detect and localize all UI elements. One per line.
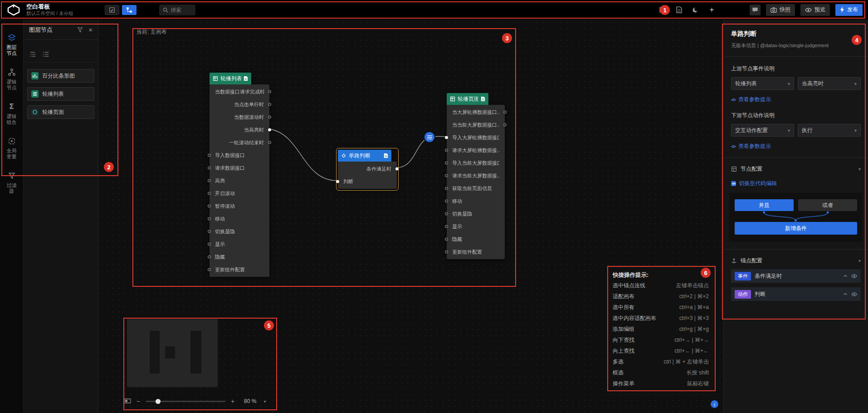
node-event-row[interactable]: 条件满足时 <box>338 162 397 175</box>
layer-item-carousel-list[interactable]: 轮播列表 <box>27 87 94 101</box>
anchor-config-section[interactable]: 锚点配置 ▾ <box>731 257 861 265</box>
in-port[interactable] <box>208 217 211 221</box>
node-action-row[interactable]: 开启滚动 <box>210 187 269 200</box>
collapse-icon[interactable] <box>843 274 848 278</box>
search-input[interactable] <box>171 7 191 13</box>
search-box[interactable] <box>159 5 195 15</box>
anchor-row-action[interactable]: 动作判断 <box>731 287 861 301</box>
flow-node-carousel-list[interactable]: 轮播列表当数据接口请求完成时当点击单行时当数据滚动时当高亮时一轮滚动结束时导入数… <box>210 73 269 277</box>
zoom-in-button[interactable]: + <box>231 398 234 404</box>
node-action-row[interactable]: 判断 <box>338 175 397 188</box>
close-icon[interactable]: × <box>88 26 93 34</box>
anchor-row-event[interactable]: 事件条件满足时 <box>731 269 861 283</box>
in-port[interactable] <box>336 180 339 183</box>
dark-mode-moon-icon[interactable] <box>690 5 701 15</box>
node-event-row[interactable]: 当数据接口请求完成时 <box>210 85 269 98</box>
sidebar-item-logic-nodes[interactable]: 逻辑节点 <box>0 68 24 91</box>
node-event-row[interactable]: 当大屏轮播数据接口... <box>447 106 505 118</box>
sidebar-item-global-vars[interactable]: 全局变量 <box>0 137 24 160</box>
chevron-down-icon[interactable]: ▾ <box>858 167 861 172</box>
node-action-row[interactable]: 导入数据接口 <box>210 149 269 162</box>
node-action-row[interactable]: 获取当前页面信息 <box>447 182 505 195</box>
out-port[interactable] <box>268 128 271 132</box>
upstream-event-select[interactable]: 当高亮时▾ <box>798 77 861 90</box>
downstream-param-hint-link[interactable]: </>查看参数提示 <box>731 143 861 150</box>
in-port[interactable] <box>208 192 211 195</box>
node-action-row[interactable]: 导入当前大屏数据接口 <box>447 157 505 169</box>
minimap-toggle-icon[interactable] <box>124 398 131 404</box>
publish-button[interactable]: 发布 <box>835 4 863 16</box>
node-event-row[interactable]: 当数据滚动时 <box>210 111 269 123</box>
sparkle-icon[interactable] <box>706 5 717 15</box>
node-config-section[interactable]: 节点配置 ▾ <box>731 165 861 173</box>
upstream-param-hint-link[interactable]: </>查看参数提示 <box>731 96 861 103</box>
node-action-row[interactable]: 请求当前大屏数据接... <box>447 169 505 182</box>
sidebar-item-logic-group[interactable]: Σ逻辑组合 <box>0 103 24 125</box>
in-port[interactable] <box>445 136 448 139</box>
minimap[interactable] <box>127 319 218 387</box>
node-action-row[interactable]: 移动 <box>210 212 269 225</box>
in-port[interactable] <box>208 179 211 182</box>
in-port[interactable] <box>208 154 211 157</box>
snapshot-button[interactable]: 快照 <box>766 4 795 16</box>
out-port[interactable] <box>503 111 507 114</box>
eye-icon[interactable] <box>851 274 857 279</box>
out-port[interactable] <box>268 103 271 106</box>
node-action-row[interactable]: 切换显隐 <box>210 225 269 238</box>
in-port[interactable] <box>208 256 211 259</box>
sidebar-item-layer-nodes[interactable]: 图层节点 <box>0 34 24 56</box>
in-port[interactable] <box>208 268 211 271</box>
node-action-row[interactable]: 高亮 <box>210 174 269 187</box>
app-logo-icon[interactable] <box>5 4 22 16</box>
comment-icon[interactable] <box>750 5 761 15</box>
chevron-down-icon[interactable]: ▾ <box>858 258 861 263</box>
in-port[interactable] <box>208 167 211 170</box>
node-action-row[interactable]: 移动 <box>447 195 505 207</box>
node-action-row[interactable]: 请求大屏轮播数据接... <box>447 144 505 157</box>
downstream-target-select[interactable]: 交互动作配置▾ <box>731 124 794 137</box>
or-button[interactable]: 或者 <box>798 199 857 211</box>
in-port[interactable] <box>208 243 211 246</box>
list-view-icon[interactable] <box>43 51 49 57</box>
in-port[interactable] <box>445 251 448 254</box>
file-icon[interactable] <box>673 5 684 15</box>
preview-button[interactable]: 预览 <box>800 4 830 16</box>
node-action-row[interactable]: 切换显隐 <box>447 207 505 220</box>
in-port[interactable] <box>208 230 211 233</box>
node-action-row[interactable]: 隐藏 <box>210 251 269 263</box>
blueprint-editor-button[interactable] <box>122 5 137 15</box>
out-port[interactable] <box>268 90 271 93</box>
out-port[interactable] <box>503 123 507 127</box>
layer-item-percent-bar[interactable]: 百分比条形图 <box>27 69 94 83</box>
out-port[interactable] <box>268 141 271 144</box>
connection-wire[interactable] <box>269 129 337 181</box>
in-port[interactable] <box>445 238 448 241</box>
node-action-row[interactable]: 暂停滚动 <box>210 200 269 212</box>
node-action-row[interactable]: 更新组件配置 <box>447 246 505 258</box>
zoom-out-button[interactable]: − <box>137 398 140 404</box>
in-port[interactable] <box>445 162 448 165</box>
node-header[interactable]: 轮播列表 <box>210 73 251 84</box>
info-icon[interactable]: i <box>711 400 718 408</box>
node-action-row[interactable]: 更新组件配置 <box>210 263 269 276</box>
interaction-config-badge[interactable] <box>424 132 434 142</box>
node-action-row[interactable]: 导入大屏轮播数据接口 <box>447 131 505 144</box>
flow-node-carousel-page[interactable]: 轮播页面当大屏轮播数据接口...当当前大屏数据接口...导入大屏轮播数据接口请求… <box>447 93 505 259</box>
in-port[interactable] <box>445 187 448 190</box>
and-button[interactable]: 并且 <box>735 199 794 211</box>
code-edit-link[interactable]: </> 切换至代码编辑 <box>731 180 861 187</box>
node-action-row[interactable]: 显示 <box>210 238 269 251</box>
collapse-icon[interactable] <box>843 292 848 296</box>
out-port[interactable] <box>268 116 271 119</box>
node-action-row[interactable]: 请求数据接口 <box>210 162 269 174</box>
node-header[interactable]: 单路判断 <box>338 150 391 162</box>
tree-view-icon[interactable] <box>30 51 36 57</box>
node-event-row[interactable]: 当高亮时 <box>210 123 269 136</box>
sidebar-item-filter[interactable]: 过滤器 <box>0 172 24 194</box>
in-port[interactable] <box>445 149 448 152</box>
zoom-slider-handle[interactable] <box>156 399 161 404</box>
in-port[interactable] <box>445 212 448 216</box>
blueprint-canvas[interactable]: 当前: 主画布 轮播列表当数据接口请求完成时当点击单行时当数据滚动时当高亮时一轮… <box>98 20 723 413</box>
out-port[interactable] <box>395 167 399 171</box>
layer-item-carousel-page[interactable]: 轮播页面 <box>27 105 94 119</box>
